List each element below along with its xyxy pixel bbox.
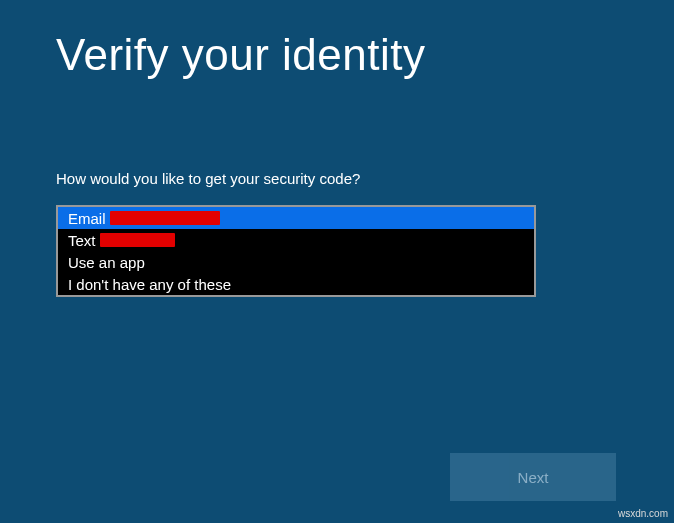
main-content: Verify your identity How would you like … xyxy=(0,0,674,297)
redacted-value xyxy=(110,211,220,225)
option-label: Email xyxy=(68,210,106,227)
option-label: I don't have any of these xyxy=(68,276,231,293)
watermark: wsxdn.com xyxy=(618,508,668,519)
option-text[interactable]: Text xyxy=(58,229,534,251)
option-none-of-these[interactable]: I don't have any of these xyxy=(58,273,534,295)
prompt-label: How would you like to get your security … xyxy=(56,170,618,187)
option-use-an-app[interactable]: Use an app xyxy=(58,251,534,273)
next-button[interactable]: Next xyxy=(450,453,616,501)
verification-options-list[interactable]: Email Text Use an app I don't have any o… xyxy=(56,205,536,297)
redacted-value xyxy=(100,233,175,247)
option-label: Text xyxy=(68,232,96,249)
option-email[interactable]: Email xyxy=(58,207,534,229)
option-label: Use an app xyxy=(68,254,145,271)
page-title: Verify your identity xyxy=(56,30,618,80)
